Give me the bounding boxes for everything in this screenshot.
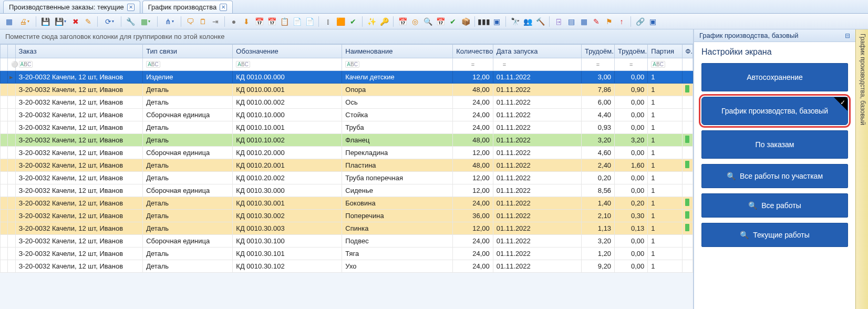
col-labor2[interactable]: Трудоём... (615, 45, 648, 58)
table-row[interactable]: З-20-0032 Качели, 12 шт, ИвановДетальКД … (1, 159, 693, 172)
expander-cell[interactable] (1, 134, 8, 147)
table-row[interactable]: З-20-0032 Качели, 12 шт, ИвановСборочная… (1, 235, 693, 248)
expander-cell[interactable] (1, 210, 8, 222)
doc2-icon[interactable]: 📄 (304, 16, 315, 27)
calendar-red-icon[interactable]: 📅 (435, 16, 446, 27)
col-order[interactable]: Заказ (15, 45, 143, 58)
btn-autosave[interactable]: Автосохранение (701, 63, 848, 91)
expander-cell[interactable] (1, 260, 8, 273)
link-icon[interactable]: 🔗 (634, 16, 646, 27)
table-row[interactable]: З-20-0032 Качели, 12 шт, ИвановДетальКД … (1, 121, 693, 134)
col-link-type[interactable]: Тип связи (143, 45, 233, 58)
expander-cell[interactable] (1, 197, 8, 210)
print-icon[interactable]: 🖨▾ (16, 16, 33, 27)
grid-icon[interactable]: ▦ (578, 16, 590, 27)
delete-icon[interactable]: ✖ (70, 16, 81, 27)
table-row[interactable]: З-20-0032 Качели, 12 шт, ИвановДетальКД … (1, 172, 693, 184)
group-by-panel[interactable]: Поместите сюда заголовок колонки для гру… (0, 29, 693, 44)
col-designation[interactable]: Обозначение (233, 45, 342, 58)
col-flag[interactable]: Ф... (682, 45, 693, 58)
copy-icon[interactable]: 📋 (278, 16, 290, 27)
table-row[interactable]: З-20-0032 Качели, 12 шт, ИвановДетальКД … (1, 197, 693, 210)
save-icon[interactable]: 💾 (39, 16, 51, 27)
filter-l1[interactable]: = (581, 58, 614, 71)
btn-by-orders[interactable]: По заказам (701, 130, 848, 159)
binoculars-icon[interactable]: 🔭 (509, 16, 521, 27)
table-row[interactable]: З-20-0032 Качели, 12 шт, ИвановДетальКД … (1, 248, 693, 260)
filter-flag[interactable] (682, 58, 693, 71)
key-icon[interactable]: 🔑 (378, 16, 390, 27)
save-dropdown-icon[interactable]: 💾▾ (52, 16, 69, 27)
refresh-icon[interactable]: ⟳▾ (101, 16, 118, 27)
calendar-1-icon[interactable]: 📅 (253, 16, 265, 27)
expander-cell[interactable] (1, 184, 8, 197)
excel-export-icon[interactable]: ▦▾ (137, 16, 154, 27)
record-icon[interactable]: ● (228, 16, 240, 27)
expander-cell[interactable] (1, 159, 8, 172)
filter-name[interactable]: B (342, 58, 453, 71)
close-icon[interactable]: ✕ (220, 4, 227, 11)
search-icon[interactable]: 🔍 (422, 16, 433, 27)
expander-cell[interactable] (1, 96, 8, 109)
expander-cell[interactable] (1, 71, 8, 84)
table-row[interactable]: З-20-0032 Качели, 12 шт, ИвановДетальКД … (1, 210, 693, 222)
table-row[interactable]: З-20-0032 Качели, 12 шт, ИвановИзделиеКД… (1, 71, 693, 84)
table-row[interactable]: З-20-0032 Качели, 12 шт, ИвановДетальКД … (1, 260, 693, 273)
share-icon[interactable]: ⋔▾ (161, 16, 178, 27)
close-icon[interactable]: ✕ (127, 4, 135, 11)
wrench-icon[interactable]: 🔧 (125, 16, 136, 27)
expander-cell[interactable] (1, 222, 8, 235)
calendar-2-icon[interactable]: 📅 (266, 16, 277, 27)
filter-l2[interactable]: = (615, 58, 648, 71)
filter-des[interactable]: B (233, 58, 342, 71)
edit-pen-icon[interactable]: ✎ (591, 16, 602, 27)
check-icon[interactable]: ✔ (347, 16, 359, 27)
flag-icon[interactable]: ⚑ (603, 16, 615, 27)
new-icon[interactable]: ▦ (3, 16, 15, 27)
filter-date[interactable]: = (493, 58, 581, 71)
pin-icon[interactable]: ⊟ (845, 32, 850, 39)
table-row[interactable]: З-20-0032 Качели, 12 шт, ИвановДетальКД … (1, 222, 693, 235)
hammer-icon[interactable]: 🔨 (534, 16, 546, 27)
brush-icon[interactable]: ✎ (82, 16, 94, 27)
filter-qty[interactable]: = (453, 58, 493, 71)
expander-cell[interactable] (1, 84, 8, 96)
window-icon[interactable]: ▣ (491, 16, 502, 27)
panel-icon[interactable]: ▣ (647, 16, 658, 27)
expander-cell[interactable] (1, 235, 8, 248)
btn-all-works-areas[interactable]: 🔍 Все работы по участкам (701, 164, 848, 188)
target-icon[interactable]: ◎ (409, 16, 421, 27)
expander-col[interactable] (1, 45, 8, 58)
col-name[interactable]: Наименование (342, 45, 453, 58)
barcode-icon[interactable]: ▮▮▮ (478, 16, 490, 27)
tab-production-schedule[interactable]: График производства ✕ (142, 1, 233, 13)
table-row[interactable]: З-20-0032 Качели, 12 шт, ИвановСборочная… (1, 184, 693, 197)
col-labor1[interactable]: Трудоём... (581, 45, 614, 58)
expander-cell[interactable] (1, 147, 8, 159)
table-row[interactable]: З-20-0032 Качели, 12 шт, ИвановСборочная… (1, 147, 693, 159)
filter-order[interactable]: B (15, 58, 143, 71)
tab-production-orders[interactable]: Производственные заказы: текущие ✕ (3, 1, 140, 13)
expander-cell[interactable] (1, 109, 8, 121)
magic-icon[interactable]: ✨ (366, 16, 377, 27)
form-icon[interactable]: ▤ (565, 16, 577, 27)
filter-icon[interactable]: ⫿ (322, 16, 334, 27)
hierarchy-icon[interactable]: ⍈ (553, 16, 564, 27)
col-qty[interactable]: Количество (453, 45, 493, 58)
arrow-up-icon[interactable]: ↑ (616, 16, 627, 27)
btn-all-works[interactable]: 🔍 Все работы (701, 193, 848, 218)
calendar-alert-icon[interactable]: 📅 (397, 16, 408, 27)
table-row[interactable]: З-20-0032 Качели, 12 шт, ИвановДетальКД … (1, 84, 693, 96)
collapsed-side-tab[interactable]: График производства, базовый (855, 29, 868, 309)
tree-icon[interactable]: 🟧 (335, 16, 346, 27)
col-start-date[interactable]: Дата запуска (493, 45, 581, 58)
btn-schedule-base[interactable]: График производства, базовый ✓ (701, 97, 848, 125)
approve-icon[interactable]: ✔ (447, 16, 459, 27)
expander-cell[interactable] (1, 172, 8, 184)
download-icon[interactable]: ⬇ (241, 16, 252, 27)
table-row[interactable]: З-20-0032 Качели, 12 шт, ИвановДетальКД … (1, 134, 693, 147)
col-batch[interactable]: Партия (648, 45, 682, 58)
expander-cell[interactable] (1, 121, 8, 134)
archive-icon[interactable]: 📦 (460, 16, 471, 27)
goto-end-icon[interactable]: ⇥ (210, 16, 221, 27)
